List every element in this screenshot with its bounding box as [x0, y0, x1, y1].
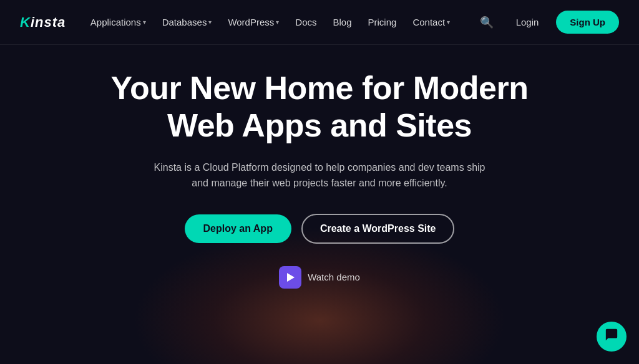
- chevron-down-icon: ▾: [208, 19, 212, 26]
- logo[interactable]: Kinsta: [20, 14, 66, 31]
- play-icon: [279, 266, 301, 289]
- create-wordpress-button[interactable]: Create a WordPress Site: [301, 214, 455, 244]
- logo-text: Kinsta: [20, 14, 66, 31]
- nav-item-pricing[interactable]: Pricing: [362, 13, 403, 31]
- chat-icon: [605, 328, 618, 345]
- nav-links: Applications ▾ Databases ▾ WordPress ▾ D…: [84, 13, 456, 31]
- nav-right: 🔍 Login Sign Up: [475, 11, 619, 34]
- chevron-down-icon: ▾: [447, 19, 450, 26]
- nav-item-databases[interactable]: Databases ▾: [156, 13, 218, 31]
- play-triangle-icon: [287, 273, 295, 282]
- search-button[interactable]: 🔍: [475, 13, 499, 32]
- nav-item-blog[interactable]: Blog: [327, 13, 358, 31]
- chat-widget[interactable]: [597, 322, 627, 352]
- hero-section: Your New Home for Modern Web Apps and Si…: [0, 45, 639, 301]
- watch-demo-button[interactable]: Watch demo: [279, 266, 360, 289]
- signup-button[interactable]: Sign Up: [556, 11, 619, 34]
- search-icon: 🔍: [480, 16, 494, 29]
- nav-item-docs[interactable]: Docs: [289, 13, 323, 31]
- chevron-down-icon: ▾: [276, 19, 279, 26]
- deploy-app-button[interactable]: Deploy an App: [185, 214, 291, 243]
- chevron-down-icon: ▾: [143, 19, 146, 26]
- navbar: Kinsta Applications ▾ Databases ▾ WordPr…: [0, 0, 639, 45]
- hero-title: Your New Home for Modern Web Apps and Si…: [101, 70, 538, 145]
- hero-buttons: Deploy an App Create a WordPress Site: [185, 214, 455, 244]
- nav-item-contact[interactable]: Contact ▾: [406, 13, 456, 31]
- login-button[interactable]: Login: [509, 13, 547, 31]
- nav-item-applications[interactable]: Applications ▾: [84, 13, 152, 31]
- nav-item-wordpress[interactable]: WordPress ▾: [222, 13, 285, 31]
- hero-subtitle: Kinsta is a Cloud Platform designed to h…: [145, 160, 494, 191]
